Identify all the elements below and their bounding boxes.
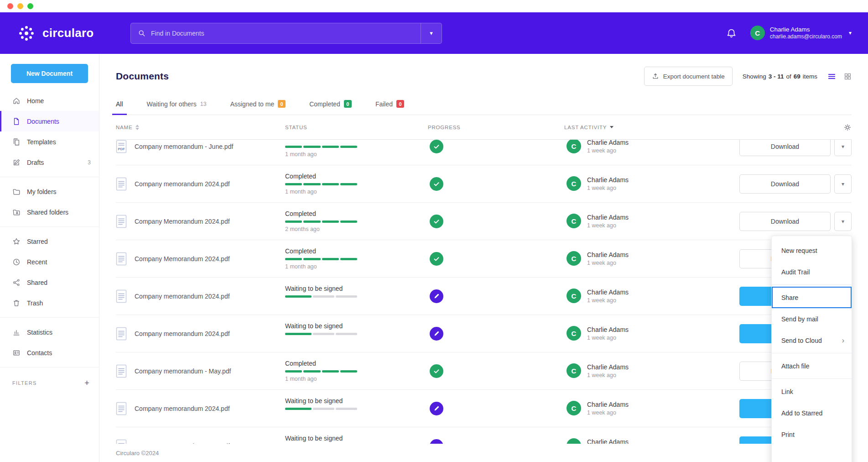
contacts-icon: [12, 349, 21, 357]
menu-item-audit-trail[interactable]: Audit Trail: [772, 261, 852, 283]
sidebar-item-documents[interactable]: Documents: [0, 111, 99, 131]
document-name-cell[interactable]: Company memorandum 2024.pdf: [116, 402, 285, 415]
sort-name-icon[interactable]: [135, 125, 139, 130]
download-button[interactable]: Download: [739, 140, 831, 156]
failed-count-badge: 0: [396, 100, 404, 108]
sidebar-item-statistics[interactable]: Statistics: [0, 322, 99, 342]
document-name: Company Memorandum 2024.pdf: [135, 255, 230, 262]
sidebar-divider: [0, 177, 99, 177]
brand-name: circularo: [42, 26, 94, 40]
list-view-icon[interactable]: [827, 72, 836, 81]
document-file-icon: [116, 289, 127, 303]
document-name-cell[interactable]: Company memorandum 2024.pdf: [116, 289, 285, 303]
row-actions-dropdown-button[interactable]: ▾: [834, 212, 852, 231]
grid-view-icon[interactable]: [844, 73, 852, 80]
document-name-cell[interactable]: Company memorandum 2024.pdf: [116, 177, 285, 191]
tab-assigned-to-me[interactable]: Assigned to me 0: [230, 100, 286, 115]
home-icon: [12, 97, 21, 105]
column-header-last-activity[interactable]: LAST ACTIVITY: [564, 125, 739, 130]
export-document-table-button[interactable]: Export document table: [644, 67, 733, 86]
document-file-icon: [116, 327, 127, 341]
document-name-cell[interactable]: Company memorandum 2024.pdf: [116, 439, 285, 444]
sidebar-item-shared-folders[interactable]: Shared folders: [0, 202, 99, 222]
row-actions-dropdown-button[interactable]: ▾: [834, 140, 852, 156]
sidebar-item-trash[interactable]: Trash: [0, 293, 99, 313]
signature-pending-icon: [430, 439, 443, 444]
user-name: Charlie Adams: [770, 26, 842, 34]
menu-item-attach-file[interactable]: Attach file: [772, 355, 852, 377]
table-row: Company memorandum 2024.pdf Waiting to b…: [116, 427, 852, 444]
completed-count-badge: 0: [344, 100, 352, 108]
table-row: Company memorandum 2024.pdf Waiting to b…: [116, 390, 852, 427]
notifications-bell-icon[interactable]: [726, 28, 737, 38]
document-name-cell[interactable]: Company memorandum 2024.pdf: [116, 327, 285, 341]
menu-item-send-by-mail[interactable]: Send by mail: [772, 308, 852, 330]
menu-divider: [772, 353, 852, 353]
sidebar-item-home[interactable]: Home: [0, 90, 99, 111]
document-name: Company memorandum - May.pdf: [135, 368, 231, 375]
sidebar: New Document Home Documents Templates Dr…: [0, 54, 99, 462]
table-row: Company memorandum 2024.pdf Completed 1 …: [116, 165, 852, 203]
search-input[interactable]: [151, 30, 421, 37]
document-name: Company Memorandum 2024.pdf: [135, 218, 230, 225]
sidebar-item-shared[interactable]: Shared: [0, 272, 99, 293]
activity-avatar: C: [567, 176, 581, 191]
tab-failed[interactable]: Failed 0: [375, 100, 404, 115]
document-file-icon: [116, 402, 127, 415]
activity-avatar: C: [567, 214, 581, 228]
sidebar-divider: [0, 367, 99, 368]
brand-logo[interactable]: circularo: [16, 23, 119, 43]
menu-item-link[interactable]: Link: [772, 381, 852, 402]
column-header-name[interactable]: NAME: [116, 125, 285, 130]
menu-item-share[interactable]: Share: [772, 287, 852, 308]
signature-pending-icon: [430, 327, 443, 341]
row-actions-dropdown-button[interactable]: ▾: [834, 174, 852, 194]
tab-completed[interactable]: Completed 0: [309, 100, 352, 115]
user-menu[interactable]: C Charlie Adams charlie.adams@circularo.…: [750, 26, 852, 41]
menu-item-new-request[interactable]: New request: [772, 240, 852, 261]
table-header: NAME STATUS PROGRESS LAST ACTIVITY: [116, 115, 852, 140]
search-scope-dropdown[interactable]: ▾: [421, 30, 442, 37]
download-button[interactable]: Download: [739, 174, 831, 194]
sidebar-item-starred[interactable]: Starred: [0, 231, 99, 252]
document-name-cell[interactable]: Company Memorandum 2024.pdf: [116, 215, 285, 228]
sidebar-item-drafts[interactable]: Drafts 3: [0, 152, 99, 173]
document-table: Company memorandum - June.pdf Completed …: [116, 140, 852, 444]
sidebar-divider: [0, 226, 99, 227]
menu-item-add-to-starred[interactable]: Add to Starred: [772, 402, 852, 424]
document-name-cell[interactable]: Company memorandum - June.pdf: [116, 140, 285, 153]
tab-all[interactable]: All: [116, 100, 123, 115]
add-filter-button[interactable]: +: [84, 379, 90, 387]
progress-bar: [285, 183, 357, 185]
circularo-logo-icon: [16, 23, 36, 43]
document-name: Company memorandum 2024.pdf: [135, 405, 230, 412]
sidebar-item-templates[interactable]: Templates: [0, 131, 99, 152]
menu-item-print[interactable]: Print: [772, 424, 852, 445]
last-activity-cell: C Charlie Adams1 week ago: [564, 251, 739, 267]
sidebar-item-my-folders[interactable]: My folders: [0, 181, 99, 202]
document-file-icon: [116, 215, 127, 228]
table-row: Company memorandum 2024.pdf Waiting to b…: [116, 315, 852, 352]
column-header-status: STATUS: [285, 125, 428, 130]
menu-item-send-to-cloud[interactable]: Send to Cloud ›: [772, 330, 852, 351]
new-document-button[interactable]: New Document: [11, 64, 88, 83]
download-button[interactable]: Download: [739, 212, 831, 231]
table-settings-gear-icon[interactable]: [843, 123, 852, 131]
last-activity-cell: C Charlie Adams1 week ago: [564, 363, 739, 379]
sidebar-item-recent[interactable]: Recent: [0, 252, 99, 272]
document-name-cell[interactable]: Company memorandum - May.pdf: [116, 364, 285, 378]
tab-waiting-for-others[interactable]: Waiting for others 13: [147, 100, 207, 115]
shared-folder-icon: [12, 208, 21, 216]
last-activity-cell: C Charlie Adams1 week ago: [564, 326, 739, 342]
sidebar-item-contacts[interactable]: Contacts: [0, 342, 99, 363]
maximize-window-button[interactable]: [27, 3, 33, 9]
signature-pending-icon: [430, 402, 443, 415]
document-name-cell[interactable]: Company Memorandum 2024.pdf: [116, 252, 285, 266]
close-window-button[interactable]: [7, 3, 13, 9]
last-activity-cell: C Charlie Adams1 week ago: [564, 176, 739, 192]
menu-divider: [772, 284, 852, 285]
filters-label: FILTERS: [12, 380, 37, 386]
folder-icon: [12, 188, 21, 196]
drafts-icon: [12, 158, 21, 167]
minimize-window-button[interactable]: [17, 3, 23, 9]
